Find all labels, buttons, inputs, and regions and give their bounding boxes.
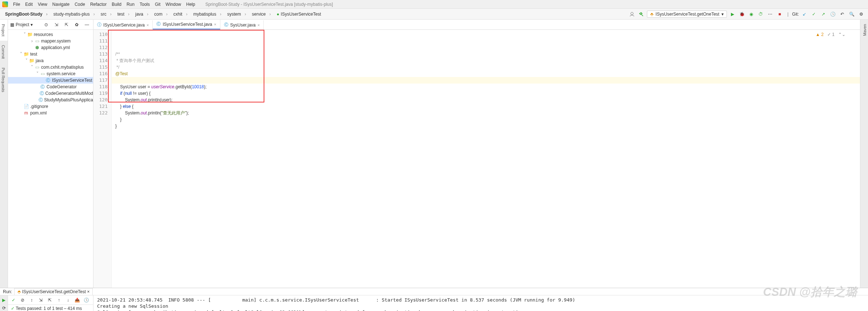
stop-button[interactable]: ■	[776, 10, 784, 18]
run-tab[interactable]: ⬘ ISysUserServiceTest.getOneTest ×	[14, 288, 93, 295]
collapse-all-button[interactable]: ⇱	[63, 21, 71, 29]
menu-git[interactable]: Git	[153, 1, 163, 8]
editor-tab[interactable]: ⒸISysUserServiceTest.java×	[153, 20, 220, 29]
prev-button[interactable]: ↑	[55, 296, 63, 304]
crumb-src[interactable]: src	[99, 12, 114, 17]
attach-button[interactable]: ⋯	[766, 10, 774, 18]
right-tool-rail: Maven	[860, 20, 868, 288]
crumb-module[interactable]: study-mybatis-plus	[51, 12, 97, 17]
settings-icon[interactable]: ✿	[73, 21, 81, 29]
crumb-mbp[interactable]: mybatisplus	[191, 12, 223, 17]
class-icon: Ⓒ	[156, 21, 161, 27]
window-title: SpringBoot-Study - ISysUserServiceTest.j…	[205, 2, 333, 7]
crumb-test[interactable]: test	[115, 12, 132, 17]
editor-tab[interactable]: ⒸSysUser.java×	[220, 20, 264, 29]
editor-tab[interactable]: ⒾISysUserService.java×	[93, 20, 153, 29]
close-icon[interactable]: ×	[257, 23, 260, 27]
add-config-button[interactable]	[628, 10, 636, 18]
menu-code[interactable]: Code	[72, 1, 87, 8]
run-toolbar: ✓ ⊘ ↕ ⇲ ⇱ ↑ ↓ 📤 🕓	[8, 295, 93, 305]
rerun-button[interactable]: ▶	[1, 297, 7, 303]
select-opened-button[interactable]: ⊙	[42, 21, 50, 29]
folder-icon: ▦	[10, 22, 14, 27]
menubar: File Edit View Navigate Code Refactor Bu…	[0, 0, 868, 9]
menu-run[interactable]: Run	[124, 1, 137, 8]
search-button[interactable]: 🔍	[848, 10, 856, 18]
left-tab-commit[interactable]: Commit	[0, 41, 8, 63]
project-header: ▦ Project ▾ ⊙ ⇲ ⇱ ✿ —	[8, 20, 93, 30]
tree-item-test-class[interactable]: ⒸISysUserServiceTest	[8, 77, 93, 84]
chevron-down-icon: ▾	[721, 12, 724, 17]
crumb-cxhit[interactable]: cxhit	[171, 12, 190, 17]
run-tool-window: Run: ⬘ ISysUserServiceTest.getOneTest × …	[0, 288, 868, 311]
next-button[interactable]: ↓	[64, 296, 72, 304]
crumb-service[interactable]: service	[250, 12, 273, 17]
close-icon[interactable]: ×	[147, 23, 149, 27]
git-rollback-button[interactable]: ↶	[838, 10, 846, 18]
test-status: ✓ Tests passed: 1 of 1 test – 414 ms	[8, 305, 93, 311]
git-push-button[interactable]: ↗	[819, 10, 827, 18]
crumb-root[interactable]: SpringBoot-Study	[3, 12, 50, 17]
project-tree[interactable]: ˅📁resources ›▭mapper.system ⬢application…	[8, 30, 93, 288]
menu-navigate[interactable]: Navigate	[50, 1, 72, 8]
menu-tools[interactable]: Tools	[137, 1, 152, 8]
crumb-class[interactable]: ● ISysUserServiceTest	[275, 12, 327, 17]
toggle-button[interactable]: ⟳	[1, 305, 7, 311]
run-left-toolbar: ▶ ⟳ ■ ⊞ 📌	[0, 295, 8, 311]
debug-button[interactable]: 🐞	[738, 10, 746, 18]
expand-button[interactable]: ⇲	[37, 296, 45, 304]
collapse-button[interactable]: ⇱	[46, 296, 54, 304]
profiler-button[interactable]: ⏱	[757, 10, 765, 18]
menu-build[interactable]: Build	[109, 1, 124, 8]
left-tab-pr[interactable]: Pull Requests	[0, 63, 8, 97]
test-tree-panel: ✓ ⊘ ↕ ⇲ ⇱ ↑ ↓ 📤 🕓 ✓ Tests passed: 1 of 1…	[8, 295, 93, 311]
run-config-dropdown[interactable]: ⬘ ISysUserServiceTest.getOneTest ▾	[647, 11, 727, 18]
run-header: Run: ⬘ ISysUserServiceTest.getOneTest ×	[0, 288, 868, 295]
main-area: Project Commit Pull Requests ▦ Project ▾…	[0, 20, 868, 288]
menu-edit[interactable]: Edit	[23, 1, 35, 8]
git-history-button[interactable]: 🕓	[829, 10, 837, 18]
hammer-icon[interactable]	[637, 10, 645, 18]
class-icon: Ⓒ	[224, 22, 228, 28]
expand-all-button[interactable]: ⇲	[52, 21, 60, 29]
coverage-button[interactable]: ◉	[747, 10, 755, 18]
menu-file[interactable]: File	[11, 1, 22, 8]
menu-refactor[interactable]: Refactor	[88, 1, 109, 8]
interface-icon: Ⓘ	[97, 22, 101, 28]
right-tab-maven[interactable]: Maven	[860, 20, 868, 40]
crumb-java[interactable]: java	[133, 12, 151, 17]
crumb-system[interactable]: system	[225, 12, 248, 17]
sort-button[interactable]: ↕	[28, 296, 36, 304]
editor: ⒾISysUserService.java× ⒸISysUserServiceT…	[93, 20, 860, 288]
history-button[interactable]: 🕓	[82, 296, 90, 304]
menu-window[interactable]: Window	[163, 1, 183, 8]
code-area[interactable]: 110 111 112 113 114 115 116 117 118 119 …	[93, 30, 860, 288]
git-commit-button[interactable]: ✓	[810, 10, 818, 18]
app-logo-icon	[2, 1, 8, 7]
line-gutter: 110 111 112 113 114 115 116 117 118 119 …	[93, 30, 112, 288]
hide-button[interactable]: —	[83, 21, 91, 29]
show-passed-button[interactable]: ✓	[9, 296, 17, 304]
menu-view[interactable]: View	[36, 1, 49, 8]
export-button[interactable]: 📤	[73, 296, 81, 304]
project-tool-window: ▦ Project ▾ ⊙ ⇲ ⇱ ✿ — ˅📁resources ›▭mapp…	[8, 20, 93, 288]
editor-tabs: ⒾISysUserService.java× ⒸISysUserServiceT…	[93, 20, 860, 30]
run-button[interactable]: ▶	[728, 10, 736, 18]
inspection-badge[interactable]: ▲ 2 ✓ 1 ⌃⌄	[816, 31, 845, 38]
left-tool-rail: Project Commit Pull Requests	[0, 20, 8, 288]
navbar: SpringBoot-Study study-mybatis-plus src …	[0, 9, 868, 20]
console-output[interactable]: 2021-10-21 20:53:48.745 INFO 5808 --- [ …	[93, 295, 868, 311]
ide-settings-button[interactable]: ⚙	[857, 10, 865, 18]
show-ignored-button[interactable]: ⊘	[19, 296, 27, 304]
close-icon[interactable]: ×	[214, 22, 216, 27]
git-label: Git:	[792, 12, 799, 17]
git-update-button[interactable]: ↙	[800, 10, 808, 18]
crumb-com[interactable]: com	[152, 12, 170, 17]
chevron-down-icon[interactable]: ▾	[31, 22, 33, 27]
menu-help[interactable]: Help	[184, 1, 197, 8]
left-tab-project[interactable]: Project	[0, 20, 8, 41]
